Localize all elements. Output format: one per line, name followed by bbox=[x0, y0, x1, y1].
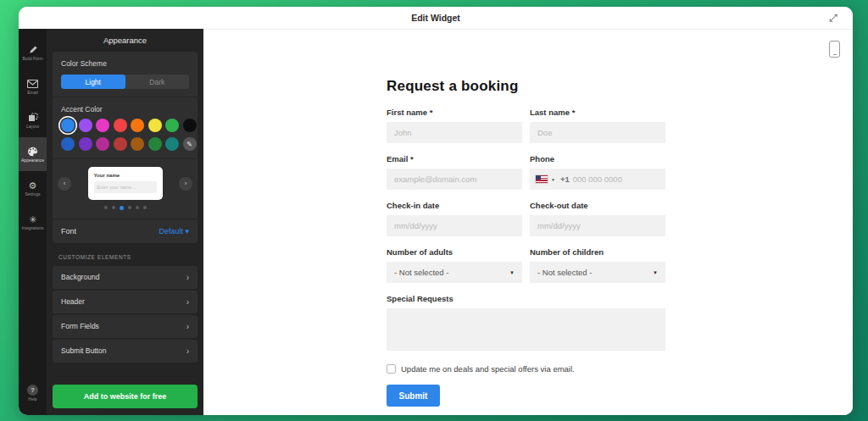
chevron-down-icon: ▼ bbox=[653, 270, 658, 275]
accent-swatch-row-1 bbox=[61, 119, 189, 132]
phone-group: Phone ▼ +1 000 000 0000 bbox=[530, 154, 665, 190]
chevron-down-icon: ▼ bbox=[551, 177, 555, 182]
special-requests-group: Special Requests bbox=[387, 294, 665, 354]
sidebar-item-label: Help bbox=[28, 396, 36, 402]
chevron-right-icon: › bbox=[186, 297, 189, 307]
special-requests-label: Special Requests bbox=[387, 294, 665, 303]
chevron-right-icon: › bbox=[186, 346, 189, 356]
toggle-light[interactable]: Light bbox=[61, 75, 125, 89]
accent-swatch[interactable] bbox=[148, 137, 162, 151]
accent-swatch[interactable] bbox=[148, 119, 162, 132]
palette-icon bbox=[27, 146, 38, 157]
font-label: Font bbox=[61, 227, 76, 235]
accent-swatch[interactable] bbox=[79, 119, 92, 132]
adults-select[interactable]: - Not selected - ▼ bbox=[387, 262, 522, 283]
chevron-down-icon: ▾ bbox=[185, 227, 189, 235]
mobile-view-icon[interactable] bbox=[829, 41, 840, 58]
carousel-prev-icon[interactable]: ‹ bbox=[58, 177, 71, 191]
asterisk-icon: ✳ bbox=[29, 213, 36, 224]
color-scheme-label: Color Scheme bbox=[61, 59, 189, 68]
envelope-icon bbox=[27, 78, 38, 89]
carousel-dot[interactable] bbox=[143, 206, 147, 209]
nav-rail: Build Form Email Layout Appearance bbox=[19, 29, 47, 415]
accent-swatch[interactable] bbox=[131, 137, 144, 151]
us-flag-icon[interactable] bbox=[536, 175, 548, 183]
accent-swatch[interactable] bbox=[183, 119, 197, 132]
accent-swatch[interactable] bbox=[61, 137, 75, 151]
accent-swatch[interactable] bbox=[114, 137, 127, 151]
sidebar-item-build-form[interactable]: Build Form bbox=[19, 36, 47, 69]
newsletter-checkbox[interactable] bbox=[387, 364, 396, 374]
sidebar-item-settings[interactable]: ⚙ Settings bbox=[19, 171, 47, 205]
preview-card-input: Enter your name... bbox=[94, 181, 157, 193]
special-requests-textarea[interactable] bbox=[387, 308, 665, 351]
sidebar-item-appearance[interactable]: Appearance bbox=[19, 137, 47, 171]
sidebar-item-label: Settings bbox=[25, 191, 40, 197]
eyedropper-icon[interactable]: ✎ bbox=[183, 137, 197, 151]
customize-item-background[interactable]: Background › bbox=[53, 266, 198, 289]
booking-form: Request a booking First name * Last name… bbox=[387, 78, 665, 407]
sidebar-item-integrations[interactable]: ✳ Integrations bbox=[19, 205, 47, 239]
accent-color-label: Accent Color bbox=[61, 105, 189, 114]
sidebar-item-email[interactable]: Email bbox=[19, 69, 47, 103]
phone-input[interactable]: ▼ +1 000 000 0000 bbox=[530, 169, 665, 190]
check-out-date-input[interactable] bbox=[530, 215, 665, 236]
sidebar-item-help[interactable]: ? Help bbox=[19, 376, 47, 410]
accent-swatch[interactable] bbox=[165, 137, 179, 151]
customize-item-header[interactable]: Header › bbox=[53, 291, 198, 313]
first-name-label: First name * bbox=[387, 108, 522, 117]
appearance-card: Color Scheme Light Dark Accent Color ✎ ‹ bbox=[53, 52, 198, 243]
accent-swatch[interactable] bbox=[131, 119, 144, 132]
preview-carousel: ‹ Your name Enter your name... › bbox=[53, 159, 198, 206]
last-name-group: Last name * bbox=[530, 108, 665, 143]
check-in-date-input[interactable] bbox=[387, 215, 522, 236]
carousel-dot[interactable] bbox=[136, 206, 139, 209]
check-in-label: Check-in date bbox=[387, 201, 522, 210]
accent-color-section: Accent Color ✎ bbox=[53, 97, 198, 158]
children-group: Number of children - Not selected - ▼ bbox=[530, 247, 665, 283]
phone-placeholder: 000 000 0000 bbox=[573, 174, 622, 184]
gear-icon: ⚙ bbox=[29, 180, 37, 191]
children-label: Number of children bbox=[530, 247, 665, 257]
first-name-input[interactable] bbox=[387, 122, 522, 143]
expand-icon[interactable]: ⤢ bbox=[826, 10, 841, 25]
submit-button[interactable]: Submit bbox=[387, 385, 440, 407]
newsletter-row: Update me on deals and special offers vi… bbox=[387, 364, 665, 374]
color-scheme-toggle: Light Dark bbox=[61, 75, 189, 89]
add-to-website-button[interactable]: Add to website for free bbox=[53, 385, 198, 408]
accent-swatch[interactable] bbox=[79, 137, 92, 151]
carousel-dot[interactable] bbox=[128, 206, 131, 209]
accent-swatch[interactable] bbox=[61, 119, 75, 132]
accent-swatch[interactable] bbox=[114, 119, 127, 132]
accent-swatch[interactable] bbox=[96, 137, 109, 151]
customize-item-form-fields[interactable]: Form Fields › bbox=[53, 315, 198, 338]
last-name-input[interactable] bbox=[530, 122, 665, 143]
toggle-dark[interactable]: Dark bbox=[125, 75, 190, 89]
adults-label: Number of adults bbox=[387, 247, 522, 257]
form-title: Request a booking bbox=[387, 78, 665, 95]
check-in-group: Check-in date bbox=[387, 201, 522, 236]
preview-card-label: Your name bbox=[94, 173, 157, 178]
sidebar-item-label: Integrations bbox=[21, 225, 43, 230]
sidebar-item-layout[interactable]: Layout bbox=[19, 103, 47, 137]
customize-item-submit-button[interactable]: Submit Button › bbox=[53, 340, 198, 363]
chevron-right-icon: › bbox=[186, 273, 189, 282]
appearance-panel: Appearance Color Scheme Light Dark Accen… bbox=[47, 29, 203, 415]
topbar: Edit Widget ⤢ bbox=[19, 7, 853, 29]
carousel-dot[interactable] bbox=[112, 206, 115, 209]
children-select[interactable]: - Not selected - ▼ bbox=[530, 262, 665, 283]
accent-swatch[interactable] bbox=[96, 119, 109, 132]
carousel-dot[interactable] bbox=[120, 206, 124, 210]
pencil-icon bbox=[28, 44, 38, 55]
carousel-next-icon[interactable]: › bbox=[179, 177, 192, 191]
chevron-down-icon: ▼ bbox=[509, 270, 515, 275]
email-group: Email * bbox=[387, 154, 522, 190]
phone-country-code: +1 bbox=[560, 174, 570, 184]
adults-group: Number of adults - Not selected - ▼ bbox=[387, 247, 522, 283]
accent-swatch[interactable] bbox=[165, 119, 179, 132]
carousel-dot[interactable] bbox=[104, 206, 108, 209]
font-select[interactable]: Default ▾ bbox=[159, 227, 189, 235]
content-row: Build Form Email Layout Appearance bbox=[19, 29, 853, 415]
last-name-label: Last name * bbox=[530, 108, 665, 117]
email-field[interactable] bbox=[387, 169, 522, 190]
